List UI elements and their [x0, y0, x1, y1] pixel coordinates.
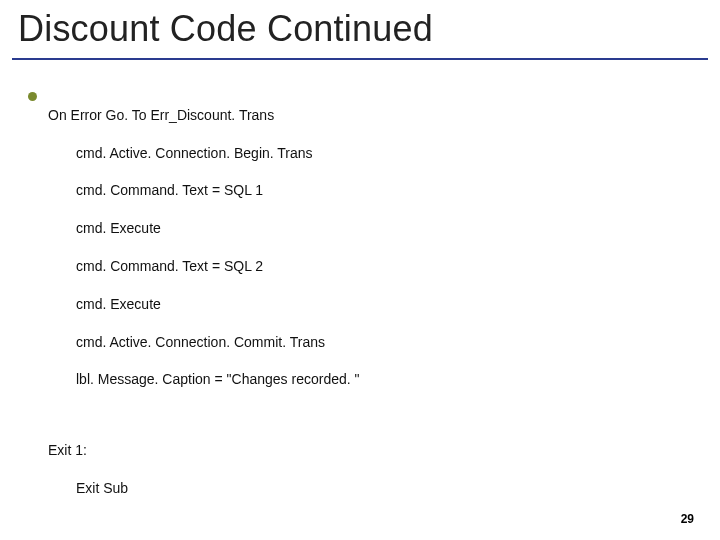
code-line: cmd. Command. Text = SQL 1	[48, 181, 360, 200]
title-underline	[12, 58, 708, 60]
code-line: Exit 1:	[48, 441, 360, 460]
code-block: On Error Go. To Err_Discount. Trans cmd.…	[48, 87, 360, 540]
code-line: cmd. Command. Text = SQL 2	[48, 257, 360, 276]
code-line: cmd. Execute	[48, 295, 360, 314]
code-line: Exit Sub	[48, 479, 360, 498]
code-line: On Error Go. To Err_Discount. Trans	[48, 106, 360, 125]
bullet-icon	[28, 92, 37, 101]
code-line: cmd. Active. Connection. Begin. Trans	[48, 144, 360, 163]
slide: Discount Code Continued On Error Go. To …	[0, 0, 720, 540]
slide-title: Discount Code Continued	[18, 8, 433, 50]
code-line: lbl. Message. Caption = "Changes recorde…	[48, 370, 360, 389]
code-line: cmd. Execute	[48, 219, 360, 238]
code-line: cmd. Active. Connection. Commit. Trans	[48, 333, 360, 352]
page-number: 29	[681, 512, 694, 526]
